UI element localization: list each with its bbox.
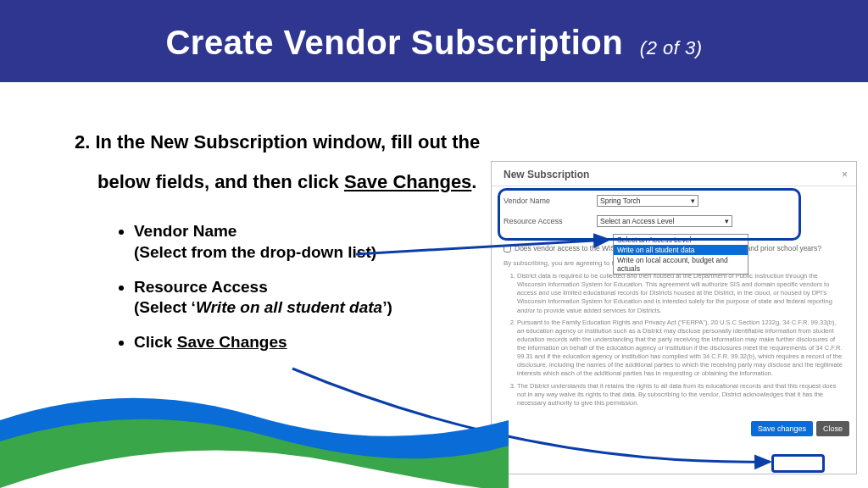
slide-header: Create Vendor Subscription (2 of 3) <box>0 0 868 85</box>
slide-step-indicator: (2 of 3) <box>640 37 703 58</box>
bullet-ra-sub-pre: (Select ‘ <box>134 298 196 316</box>
dialog-footer: Save changes Close <box>492 416 856 441</box>
bullet-ra-sub-ital: Write on all student data <box>196 298 382 316</box>
bullet-resource-access-sub: (Select ‘Write on all student data’) <box>134 297 507 319</box>
instruction-line2-link: Save Changes <box>344 171 471 192</box>
close-icon[interactable]: × <box>842 169 848 180</box>
instruction-line2-post: . <box>471 171 476 192</box>
close-button[interactable]: Close <box>816 421 849 436</box>
resource-access-label: Resource Access <box>504 217 597 225</box>
bullet-save-link: Save Changes <box>177 333 287 351</box>
bullet-vendor-sub-pre: (Select from the drop-down list) <box>134 243 376 261</box>
dialog-title: New Subscription <box>504 169 589 180</box>
save-changes-button[interactable]: Save changes <box>751 421 813 436</box>
bullet-save-pre: Click <box>134 333 177 351</box>
slide-title-text: Create Vendor Subscription <box>165 24 623 61</box>
bullet-vendor-name-sub: (Select from the drop-down list) <box>134 241 507 264</box>
agreement-item-3: The District understands that it retains… <box>517 382 844 408</box>
bullet-resource-access: Resource Access (Select ‘Write on all st… <box>134 276 507 319</box>
vendor-name-select[interactable]: Spring Torch ▾ <box>597 195 698 207</box>
vendor-name-label: Vendor Name <box>504 197 597 205</box>
bullet-vendor-name-title: Vendor Name <box>134 222 236 240</box>
dialog-body: Vendor Name Spring Torch ▾ Resource Acce… <box>492 186 856 416</box>
slide-title: Create Vendor Subscription (2 of 3) <box>165 24 702 62</box>
instruction-block: 2. In the New Subscription window, fill … <box>75 127 507 357</box>
instruction-step-number: 2. In the New Subscription window, fill … <box>75 127 507 157</box>
bullet-resource-access-title: Resource Access <box>134 278 268 296</box>
agreement-item-2: Pursuant to the Family Education Rights … <box>517 319 844 379</box>
resource-access-dropdown[interactable]: Select an Access Level Write on all stud… <box>613 234 748 274</box>
vendor-name-row: Vendor Name Spring Torch ▾ <box>504 195 844 207</box>
dropdown-option-write-all[interactable]: Write on all student data <box>614 245 748 255</box>
vendor-access-checkbox[interactable] <box>504 245 511 252</box>
instruction-line2: below fields, and then click Save Change… <box>97 167 507 197</box>
instruction-line2-pre: below fields, and then click <box>97 171 344 192</box>
resource-access-row: Resource Access Select an Access Level ▾ <box>504 215 844 227</box>
dropdown-option-write-local[interactable]: Write on local account, budget and actua… <box>614 255 748 274</box>
resource-access-select[interactable]: Select an Access Level ▾ <box>597 215 732 227</box>
decorative-swoosh <box>0 369 509 488</box>
resource-access-value: Select an Access Level <box>600 217 674 225</box>
vendor-name-value: Spring Torch <box>600 197 641 205</box>
new-subscription-dialog: New Subscription × Vendor Name Spring To… <box>491 161 857 474</box>
agreement-list: District data is required to be collecte… <box>504 272 844 408</box>
agreement-item-1: District data is required to be collecte… <box>517 272 844 315</box>
bullet-vendor-name: Vendor Name (Select from the drop-down l… <box>134 220 507 263</box>
bullet-save-changes: Click Save Changes <box>134 331 507 354</box>
instruction-bullets: Vendor Name (Select from the drop-down l… <box>134 220 507 353</box>
dialog-header: New Subscription × <box>492 162 856 186</box>
dropdown-option-placeholder[interactable]: Select an Access Level <box>614 235 748 245</box>
bullet-ra-sub-post: ’) <box>382 298 392 316</box>
